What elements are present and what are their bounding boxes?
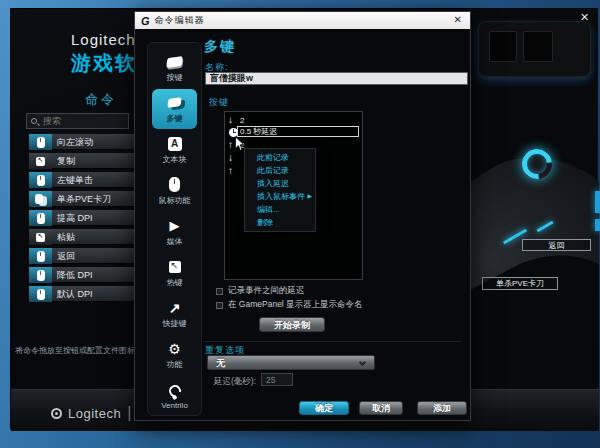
dialog-title: 命令编辑器 (155, 14, 205, 27)
tab-mouse-function[interactable]: 鼠标功能 (152, 171, 197, 211)
menu-item-insert-mouse-event[interactable]: 插入鼠标事件 ▶ (245, 190, 315, 203)
ok-button[interactable]: 确定 (299, 401, 349, 415)
key-icon (29, 153, 52, 169)
menu-item-record-after[interactable]: 此后记录 (245, 164, 315, 177)
mouse-icon (29, 267, 52, 283)
macro-row[interactable]: ↓ (228, 152, 238, 164)
command-label: 复制 (52, 153, 143, 168)
mouse-button-assignment[interactable]: 返回 (522, 239, 591, 251)
command-item[interactable]: 左键单击 (29, 172, 143, 188)
mouse-cursor-icon (234, 136, 245, 152)
add-button[interactable]: 添加 (417, 401, 467, 415)
mouse-icon (169, 176, 180, 193)
command-item[interactable]: 复制 (29, 153, 143, 169)
menu-item-edit[interactable]: 编辑... (245, 203, 315, 216)
arrow-up-icon: ↑ (228, 166, 238, 176)
command-item[interactable]: 降低 DPI (29, 267, 143, 283)
command-label: 提高 DPI (52, 210, 143, 225)
footer-logo-separator: | (127, 404, 131, 422)
command-type-rail: 按键 多键 文本块 鼠标功能 媒体 热键 (147, 42, 202, 416)
arrow-down-icon: ↓ (228, 153, 238, 163)
search-input[interactable] (43, 114, 127, 128)
dialog-close-icon[interactable]: ✕ (454, 14, 462, 25)
checkbox-record-delays[interactable] (216, 288, 223, 295)
dialog-titlebar[interactable]: G 命令编辑器 ✕ (135, 12, 470, 29)
multikey-icon (29, 191, 52, 207)
media-icon (170, 217, 180, 234)
command-label: 左键单击 (52, 172, 143, 187)
command-item[interactable]: 返回 (29, 248, 143, 264)
search-box[interactable] (26, 113, 129, 129)
profile-thumbnail[interactable] (489, 31, 517, 62)
tab-function[interactable]: 功能 (152, 335, 197, 375)
profile-thumbnail-panel (478, 21, 591, 77)
command-label: 默认 DPI (52, 286, 143, 301)
g-logo-icon: G (141, 15, 150, 27)
mouse-icon (29, 210, 52, 226)
chevron-down-icon (359, 359, 366, 366)
macro-row[interactable]: ↓ 2 (228, 114, 244, 126)
command-editor-dialog: G 命令编辑器 ✕ 按键 多键 文本块 鼠标功能 (134, 11, 471, 421)
multikey-icon (168, 94, 181, 111)
checkbox-row: 记录事件之间的延迟 (216, 285, 305, 297)
edge-accent-bar (595, 219, 600, 231)
shortcut-icon (169, 299, 181, 316)
context-menu: 此前记录 此后记录 插入延迟 插入鼠标事件 ▶ 编辑... 删除 (244, 148, 316, 232)
footer-logo-text: Logitech (68, 406, 121, 421)
logitech-footer-logo: Logitech | G (51, 404, 147, 422)
command-item[interactable]: 默认 DPI (29, 286, 143, 302)
dialog-heading: 多键 (204, 38, 236, 56)
start-recording-button[interactable]: 开始录制 (259, 317, 325, 332)
command-label: 单杀PVE卡刀 (52, 191, 143, 206)
menu-item-record-before[interactable]: 此前记录 (245, 151, 315, 164)
checkbox-show-on-gamepanel[interactable] (216, 302, 223, 309)
keycap-icon (167, 53, 182, 70)
mouse-button-assignment[interactable]: 单杀PVE卡刀 (482, 277, 558, 290)
command-label: 降低 DPI (52, 267, 143, 282)
tab-keystroke[interactable]: 按键 (152, 48, 197, 88)
commands-panel-title: 命令 (85, 91, 117, 109)
key-icon (29, 229, 52, 245)
app-window: Logitech 游戏软件 命令 向左滚动 复制 左键单击 单杀PVE卡刀 提高… (10, 8, 598, 430)
tab-ventrilo[interactable]: Ventrilo (152, 376, 197, 416)
command-label: 向左滚动 (52, 134, 143, 149)
menu-item-insert-delay[interactable]: 插入延迟 (245, 177, 315, 190)
macro-row[interactable]: ↑ (228, 165, 238, 177)
mouse-icon (29, 172, 52, 188)
tab-media[interactable]: 媒体 (152, 212, 197, 252)
tab-shortcut[interactable]: 快捷键 (152, 294, 197, 334)
command-label: 返回 (52, 248, 143, 263)
keystrokes-label: 按键 (209, 96, 229, 109)
mouse-icon (29, 248, 52, 264)
checkbox-row: 在 GamePanel 显示器上显示命令名 (216, 299, 363, 311)
delay-ms-label: 延迟(毫秒): (214, 376, 256, 388)
drag-hint-text: 将命令拖放至按钮或配置文件图标 (15, 346, 147, 356)
command-label: 粘贴 (52, 229, 143, 244)
command-item[interactable]: 提高 DPI (29, 210, 143, 226)
menu-item-delete[interactable]: 删除 (245, 216, 315, 229)
section-divider (203, 341, 461, 342)
command-item[interactable]: 粘贴 (29, 229, 143, 245)
textblock-icon (168, 135, 182, 152)
command-item[interactable]: 单杀PVE卡刀 (29, 191, 143, 207)
headset-icon (169, 382, 181, 399)
logitech-mark-icon (51, 408, 62, 419)
gear-icon (168, 340, 181, 357)
arrow-down-icon: ↓ (228, 115, 238, 125)
tab-hotkey[interactable]: 热键 (152, 253, 197, 293)
command-item[interactable]: 向左滚动 (29, 134, 143, 150)
search-icon (31, 118, 37, 124)
window-close-icon[interactable]: ✕ (580, 11, 589, 24)
hotkey-icon (169, 258, 181, 275)
name-input[interactable] (205, 72, 468, 85)
mouse-icon (29, 286, 52, 302)
repeat-mode-dropdown[interactable]: 无 (207, 355, 375, 370)
cancel-button[interactable]: 取消 (359, 401, 403, 415)
mouse-icon (29, 134, 52, 150)
selected-delay-entry[interactable]: 0.5 秒延迟 (237, 126, 359, 137)
tab-multikey[interactable]: 多键 (152, 89, 197, 129)
delay-ms-input[interactable] (261, 373, 293, 386)
commands-list: 向左滚动 复制 左键单击 单杀PVE卡刀 提高 DPI 粘贴 返回 降低 DP (29, 134, 143, 305)
tab-textblock[interactable]: 文本块 (152, 130, 197, 170)
profile-thumbnail[interactable] (523, 31, 553, 62)
